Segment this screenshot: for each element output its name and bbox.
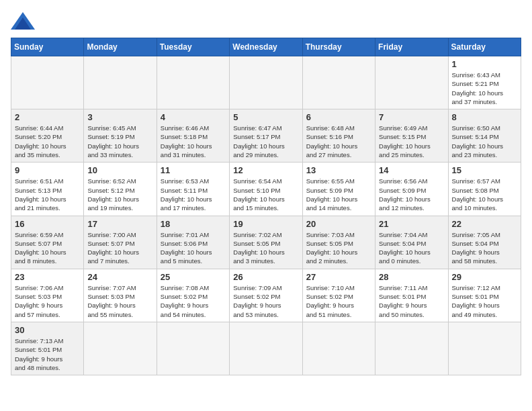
weekday-header: Tuesday — [157, 38, 229, 56]
calendar-cell: 6Sunrise: 6:48 AM Sunset: 5:16 PM Daylig… — [302, 109, 375, 163]
calendar-cell: 23Sunrise: 7:06 AM Sunset: 5:03 PM Dayli… — [11, 269, 84, 322]
calendar-cell: 9Sunrise: 6:51 AM Sunset: 5:13 PM Daylig… — [11, 163, 84, 216]
day-number: 16 — [15, 219, 80, 229]
page-header — [11, 11, 521, 31]
day-info: Sunrise: 6:47 AM Sunset: 5:17 PM Dayligh… — [233, 124, 298, 159]
calendar-cell: 21Sunrise: 7:04 AM Sunset: 5:04 PM Dayli… — [375, 216, 448, 269]
weekday-header: Sunday — [11, 38, 84, 56]
calendar-cell: 7Sunrise: 6:49 AM Sunset: 5:15 PM Daylig… — [375, 109, 448, 163]
day-info: Sunrise: 6:57 AM Sunset: 5:08 PM Dayligh… — [452, 177, 517, 212]
day-number: 4 — [161, 112, 226, 122]
calendar-cell — [84, 322, 157, 375]
day-info: Sunrise: 7:11 AM Sunset: 5:01 PM Dayligh… — [379, 283, 444, 319]
day-info: Sunrise: 6:53 AM Sunset: 5:11 PM Dayligh… — [161, 177, 226, 212]
weekday-header: Wednesday — [230, 38, 302, 56]
day-info: Sunrise: 7:02 AM Sunset: 5:05 PM Dayligh… — [233, 230, 298, 266]
day-number: 28 — [379, 272, 444, 282]
day-number: 15 — [452, 165, 517, 175]
calendar-cell: 16Sunrise: 6:59 AM Sunset: 5:07 PM Dayli… — [11, 216, 84, 269]
calendar-cell: 12Sunrise: 6:54 AM Sunset: 5:10 PM Dayli… — [230, 163, 302, 216]
day-number: 3 — [87, 112, 152, 122]
calendar-cell: 8Sunrise: 6:50 AM Sunset: 5:14 PM Daylig… — [448, 109, 521, 163]
day-number: 14 — [379, 165, 444, 175]
day-number: 19 — [233, 219, 298, 229]
day-number: 7 — [379, 112, 444, 122]
day-number: 5 — [233, 112, 298, 122]
day-number: 1 — [452, 59, 517, 69]
day-number: 11 — [161, 165, 226, 175]
day-info: Sunrise: 7:10 AM Sunset: 5:02 PM Dayligh… — [306, 283, 371, 319]
calendar-cell: 17Sunrise: 7:00 AM Sunset: 5:07 PM Dayli… — [84, 216, 157, 269]
day-number: 13 — [306, 165, 371, 175]
day-info: Sunrise: 7:09 AM Sunset: 5:02 PM Dayligh… — [233, 283, 298, 319]
calendar-cell: 26Sunrise: 7:09 AM Sunset: 5:02 PM Dayli… — [230, 269, 302, 322]
calendar-cell: 20Sunrise: 7:03 AM Sunset: 5:05 PM Dayli… — [302, 216, 375, 269]
day-info: Sunrise: 6:48 AM Sunset: 5:16 PM Dayligh… — [306, 124, 371, 159]
day-number: 2 — [15, 112, 80, 122]
day-number: 23 — [15, 272, 80, 282]
day-info: Sunrise: 7:12 AM Sunset: 5:01 PM Dayligh… — [452, 283, 517, 319]
day-info: Sunrise: 6:46 AM Sunset: 5:18 PM Dayligh… — [161, 124, 226, 159]
calendar-cell: 10Sunrise: 6:52 AM Sunset: 5:12 PM Dayli… — [84, 163, 157, 216]
logo-icon — [11, 11, 35, 31]
calendar-cell: 19Sunrise: 7:02 AM Sunset: 5:05 PM Dayli… — [230, 216, 302, 269]
weekday-header: Saturday — [448, 38, 521, 56]
day-info: Sunrise: 7:00 AM Sunset: 5:07 PM Dayligh… — [87, 230, 152, 266]
weekday-header-row: SundayMondayTuesdayWednesdayThursdayFrid… — [11, 38, 521, 56]
calendar: SundayMondayTuesdayWednesdayThursdayFrid… — [11, 38, 521, 375]
day-number: 10 — [87, 165, 152, 175]
calendar-cell: 29Sunrise: 7:12 AM Sunset: 5:01 PM Dayli… — [448, 269, 521, 322]
day-info: Sunrise: 7:07 AM Sunset: 5:03 PM Dayligh… — [87, 283, 152, 319]
day-number: 29 — [452, 272, 517, 282]
day-info: Sunrise: 6:50 AM Sunset: 5:14 PM Dayligh… — [452, 124, 517, 159]
day-number: 9 — [15, 165, 80, 175]
day-info: Sunrise: 7:01 AM Sunset: 5:06 PM Dayligh… — [161, 230, 226, 266]
weekday-header: Monday — [84, 38, 157, 56]
calendar-cell — [448, 322, 521, 375]
weekday-header: Thursday — [302, 38, 375, 56]
day-info: Sunrise: 6:55 AM Sunset: 5:09 PM Dayligh… — [306, 177, 371, 212]
day-info: Sunrise: 7:04 AM Sunset: 5:04 PM Dayligh… — [379, 230, 444, 266]
day-number: 26 — [233, 272, 298, 282]
day-number: 6 — [306, 112, 371, 122]
day-info: Sunrise: 6:54 AM Sunset: 5:10 PM Dayligh… — [233, 177, 298, 212]
calendar-cell: 27Sunrise: 7:10 AM Sunset: 5:02 PM Dayli… — [302, 269, 375, 322]
day-info: Sunrise: 6:45 AM Sunset: 5:19 PM Dayligh… — [87, 124, 152, 159]
day-info: Sunrise: 7:06 AM Sunset: 5:03 PM Dayligh… — [15, 283, 80, 319]
day-number: 30 — [15, 325, 80, 335]
calendar-cell: 30Sunrise: 7:13 AM Sunset: 5:01 PM Dayli… — [11, 322, 84, 375]
calendar-week-row: 30Sunrise: 7:13 AM Sunset: 5:01 PM Dayli… — [11, 322, 521, 375]
day-number: 12 — [233, 165, 298, 175]
calendar-cell: 3Sunrise: 6:45 AM Sunset: 5:19 PM Daylig… — [84, 109, 157, 163]
day-info: Sunrise: 6:59 AM Sunset: 5:07 PM Dayligh… — [15, 230, 80, 266]
day-info: Sunrise: 7:05 AM Sunset: 5:04 PM Dayligh… — [452, 230, 517, 266]
day-number: 21 — [379, 219, 444, 229]
calendar-cell — [375, 56, 448, 109]
calendar-week-row: 9Sunrise: 6:51 AM Sunset: 5:13 PM Daylig… — [11, 163, 521, 216]
day-number: 18 — [161, 219, 226, 229]
calendar-cell — [375, 322, 448, 375]
day-info: Sunrise: 6:56 AM Sunset: 5:09 PM Dayligh… — [379, 177, 444, 212]
weekday-header: Friday — [375, 38, 448, 56]
calendar-cell — [11, 56, 84, 109]
day-info: Sunrise: 7:03 AM Sunset: 5:05 PM Dayligh… — [306, 230, 371, 266]
day-number: 8 — [452, 112, 517, 122]
calendar-cell: 18Sunrise: 7:01 AM Sunset: 5:06 PM Dayli… — [157, 216, 229, 269]
calendar-cell — [157, 56, 229, 109]
calendar-cell: 15Sunrise: 6:57 AM Sunset: 5:08 PM Dayli… — [448, 163, 521, 216]
calendar-week-row: 1Sunrise: 6:43 AM Sunset: 5:21 PM Daylig… — [11, 56, 521, 109]
calendar-cell: 13Sunrise: 6:55 AM Sunset: 5:09 PM Dayli… — [302, 163, 375, 216]
calendar-cell — [157, 322, 229, 375]
calendar-cell — [230, 322, 302, 375]
day-info: Sunrise: 7:13 AM Sunset: 5:01 PM Dayligh… — [15, 336, 80, 372]
calendar-week-row: 16Sunrise: 6:59 AM Sunset: 5:07 PM Dayli… — [11, 216, 521, 269]
day-number: 27 — [306, 272, 371, 282]
calendar-week-row: 23Sunrise: 7:06 AM Sunset: 5:03 PM Dayli… — [11, 269, 521, 322]
calendar-cell: 2Sunrise: 6:44 AM Sunset: 5:20 PM Daylig… — [11, 109, 84, 163]
calendar-week-row: 2Sunrise: 6:44 AM Sunset: 5:20 PM Daylig… — [11, 109, 521, 163]
calendar-cell — [84, 56, 157, 109]
calendar-cell: 1Sunrise: 6:43 AM Sunset: 5:21 PM Daylig… — [448, 56, 521, 109]
day-info: Sunrise: 6:51 AM Sunset: 5:13 PM Dayligh… — [15, 177, 80, 212]
day-info: Sunrise: 6:43 AM Sunset: 5:21 PM Dayligh… — [452, 71, 517, 106]
calendar-cell: 22Sunrise: 7:05 AM Sunset: 5:04 PM Dayli… — [448, 216, 521, 269]
